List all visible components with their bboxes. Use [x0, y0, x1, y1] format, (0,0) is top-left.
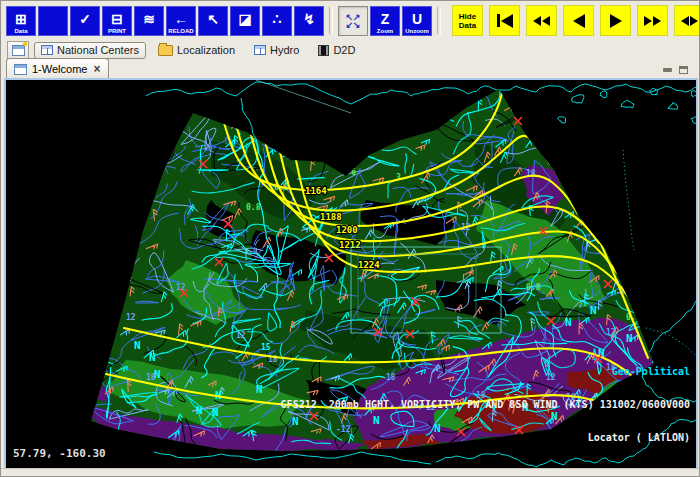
rock-loop-icon: [681, 16, 689, 26]
svg-text:1224: 1224: [358, 260, 380, 270]
image-properties-button[interactable]: ◪: [230, 6, 260, 36]
perspective-hydro[interactable]: Hydro: [247, 42, 306, 59]
first-frame-icon: [497, 14, 500, 27]
nav-fast-forward-button[interactable]: [637, 5, 668, 36]
tab-welcome[interactable]: 1-Welcome ×: [6, 58, 109, 79]
minimize-icon[interactable]: [663, 68, 672, 72]
overlay-name: Geo-Political: [281, 366, 690, 377]
nav-first-frame-button[interactable]: [489, 5, 520, 36]
blank-button[interactable]: [38, 6, 68, 36]
svg-text:N: N: [154, 368, 161, 381]
svg-text:N: N: [565, 316, 572, 329]
product-label: GFS212 200mb HGHT, VORTICITY, PW AND 850…: [281, 399, 690, 410]
step-back-icon: [573, 14, 585, 28]
reload-button[interactable]: ←RELOAD: [166, 6, 196, 36]
svg-text:N: N: [256, 383, 263, 396]
map-view[interactable]: 12181218-1218121812180.20.8630.812181512…: [4, 78, 698, 470]
maximize-icon[interactable]: [679, 66, 688, 74]
fast-back-icon: [533, 16, 541, 26]
nav-fast-back-button[interactable]: [526, 5, 557, 36]
book-flag-icon: ◪: [238, 12, 251, 26]
cursor-coordinates: 57.79, -160.30: [13, 447, 106, 460]
svg-text:0.8: 0.8: [246, 203, 261, 212]
svg-text:1188: 1188: [320, 212, 342, 222]
svg-text:1200: 1200: [336, 225, 358, 235]
svg-text:N: N: [196, 404, 203, 417]
toolbar-separator: [329, 7, 333, 34]
step-forward-icon: [610, 14, 622, 28]
zoom-icon: Z: [381, 12, 390, 26]
zoom-button[interactable]: ZZoom: [370, 6, 400, 36]
baselines-tool-button[interactable]: ↯: [294, 6, 324, 36]
export-button[interactable]: ↖: [198, 6, 228, 36]
clear-button[interactable]: ≋: [134, 6, 164, 36]
status-bar: [1, 468, 699, 476]
close-icon[interactable]: ×: [92, 64, 101, 74]
hide-data-button[interactable]: Hide Data: [452, 5, 483, 36]
svg-text:0.8: 0.8: [526, 283, 541, 292]
svg-text:N: N: [149, 351, 156, 364]
svg-text:N: N: [590, 304, 597, 317]
hand-streaks-icon: ≋: [143, 12, 155, 26]
print-button[interactable]: ⊟PRINT: [102, 6, 132, 36]
nav-step-forward-button[interactable]: [600, 5, 631, 36]
map-check-icon: ✓: [79, 12, 91, 26]
svg-text:6: 6: [351, 168, 356, 177]
frames-icon: ⊞: [15, 12, 27, 26]
points-tool-button[interactable]: ∴: [262, 6, 292, 36]
main-toolbar: ⊞Data ✓ ⊟PRINT ≋ ←RELOAD ↖ ◪ ∴ ↯ ↖↗ ↙↘ Z…: [6, 3, 697, 38]
data-browser-button[interactable]: ⊞Data: [6, 6, 36, 36]
svg-text:12: 12: [126, 313, 136, 322]
svg-text:1164: 1164: [305, 186, 327, 196]
locator-label: Locator ( LATLON): [281, 432, 690, 443]
toolbar-separator: [437, 7, 441, 34]
unzoom-icon: U: [412, 12, 422, 26]
new-perspective-icon: [12, 45, 25, 56]
fast-forward-icon: [644, 16, 652, 26]
perspective-bar: National Centers Localization Hydro D2D: [7, 41, 696, 59]
open-perspective-button[interactable]: [7, 41, 29, 60]
perspective-national-centers[interactable]: National Centers: [34, 42, 146, 59]
unzoom-button[interactable]: UUnzoom: [402, 6, 432, 36]
svg-text:12: 12: [236, 331, 246, 340]
nav-rock-loop-button[interactable]: [674, 5, 700, 36]
svg-text:12: 12: [606, 328, 616, 337]
printer-icon: ⊟: [111, 12, 123, 26]
perspective-d2d[interactable]: D2D: [311, 42, 362, 59]
baseline-icon: ↯: [303, 12, 315, 26]
svg-text:N: N: [134, 339, 141, 352]
svg-text:15: 15: [261, 343, 271, 352]
map-legend: Geo-Political GFS212 200mb HGHT, VORTICI…: [281, 344, 690, 465]
points-icon: ∴: [273, 12, 282, 26]
cave-window: ⊞Data ✓ ⊟PRINT ≋ ←RELOAD ↖ ◪ ∴ ↯ ↖↗ ↙↘ Z…: [0, 0, 700, 477]
arrow-out-icon: ↖: [207, 12, 219, 26]
filmstrip-icon: [318, 45, 329, 56]
expand-arrows-icon: ↙↘: [345, 21, 360, 29]
svg-text:N: N: [212, 406, 219, 419]
table-icon: [41, 45, 53, 55]
reload-arrow-icon: ←: [174, 12, 188, 26]
fit-to-screen-button[interactable]: ↖↗ ↙↘: [338, 6, 368, 36]
perspective-localization[interactable]: Localization: [151, 42, 242, 59]
view-icon: [14, 64, 27, 75]
svg-text:1212: 1212: [339, 240, 361, 250]
table-icon: [254, 45, 266, 55]
folder-icon: [158, 45, 173, 56]
nav-step-back-button[interactable]: [563, 5, 594, 36]
view-tab-bar: 1-Welcome ×: [4, 59, 696, 79]
load-map-button[interactable]: ✓: [70, 6, 100, 36]
